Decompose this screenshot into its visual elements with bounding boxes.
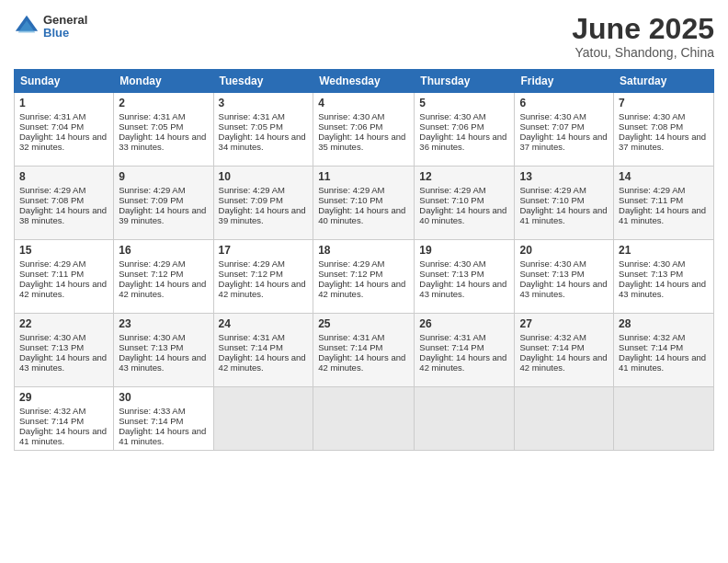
sunset-info: Sunset: 7:06 PM xyxy=(419,121,483,132)
sunrise-info: Sunrise: 4:31 AM xyxy=(419,332,485,342)
table-row: 27Sunrise: 4:32 AMSunset: 7:14 PMDayligh… xyxy=(515,314,614,387)
sunrise-info: Sunrise: 4:29 AM xyxy=(219,185,285,195)
sunrise-info: Sunrise: 4:29 AM xyxy=(19,185,85,195)
day-number: 15 xyxy=(19,244,108,257)
daylight-info: Daylight: 14 hours and xyxy=(519,132,607,142)
daylight-info-2: 41 minutes. xyxy=(119,436,164,446)
table-row: 30Sunrise: 4:33 AMSunset: 7:14 PMDayligh… xyxy=(114,387,213,451)
daylight-info-2: 42 minutes. xyxy=(419,362,464,373)
table-row: 7Sunrise: 4:30 AMSunset: 7:08 PMDaylight… xyxy=(614,93,714,167)
day-number: 16 xyxy=(119,244,208,257)
sunset-info: Sunset: 7:10 PM xyxy=(318,195,382,205)
sunset-info: Sunset: 7:10 PM xyxy=(419,195,483,205)
sunset-info: Sunset: 7:14 PM xyxy=(318,342,382,352)
daylight-info: Daylight: 14 hours and xyxy=(519,352,607,362)
daylight-info-2: 37 minutes. xyxy=(619,142,664,152)
daylight-info-2: 35 minutes. xyxy=(318,142,363,152)
day-number: 22 xyxy=(19,317,108,330)
sunset-info: Sunset: 7:13 PM xyxy=(619,269,683,279)
daylight-info: Daylight: 14 hours and xyxy=(419,279,506,289)
sunrise-info: Sunrise: 4:30 AM xyxy=(619,111,685,121)
sunset-info: Sunset: 7:09 PM xyxy=(219,195,283,205)
table-row: 5Sunrise: 4:30 AMSunset: 7:06 PMDaylight… xyxy=(415,93,515,167)
sunrise-info: Sunrise: 4:33 AM xyxy=(119,406,185,416)
col-sunday: Sunday xyxy=(15,70,114,93)
table-row: 29Sunrise: 4:32 AMSunset: 7:14 PMDayligh… xyxy=(15,387,114,451)
table-row: 16Sunrise: 4:29 AMSunset: 7:12 PMDayligh… xyxy=(114,240,213,314)
sunset-info: Sunset: 7:14 PM xyxy=(519,342,584,352)
daylight-info: Daylight: 14 hours and xyxy=(19,205,107,215)
day-number: 17 xyxy=(219,244,309,257)
daylight-info-2: 36 minutes. xyxy=(419,142,464,152)
table-row xyxy=(415,387,515,451)
sunset-info: Sunset: 7:14 PM xyxy=(219,342,283,352)
day-number: 3 xyxy=(219,97,309,109)
daylight-info: Daylight: 14 hours and xyxy=(19,132,107,142)
sunrise-info: Sunrise: 4:30 AM xyxy=(419,259,485,269)
logo-general-label: General xyxy=(43,14,87,27)
day-number: 10 xyxy=(219,170,309,183)
sunrise-info: Sunrise: 4:29 AM xyxy=(19,259,85,269)
sunset-info: Sunset: 7:14 PM xyxy=(119,416,183,426)
sunset-info: Sunset: 7:05 PM xyxy=(119,121,183,132)
calendar-header-row: Sunday Monday Tuesday Wednesday Thursday… xyxy=(15,70,714,93)
col-wednesday: Wednesday xyxy=(313,70,415,93)
daylight-info: Daylight: 14 hours and xyxy=(419,352,506,362)
table-row: 13Sunrise: 4:29 AMSunset: 7:10 PMDayligh… xyxy=(515,167,614,240)
daylight-info-2: 41 minutes. xyxy=(619,362,664,373)
sunrise-info: Sunrise: 4:30 AM xyxy=(119,332,185,342)
daylight-info-2: 43 minutes. xyxy=(19,362,64,373)
sunset-info: Sunset: 7:04 PM xyxy=(19,121,84,132)
sunrise-info: Sunrise: 4:31 AM xyxy=(119,111,185,121)
sunset-info: Sunset: 7:14 PM xyxy=(19,416,84,426)
daylight-info-2: 43 minutes. xyxy=(419,289,464,299)
table-row: 25Sunrise: 4:31 AMSunset: 7:14 PMDayligh… xyxy=(313,314,415,387)
day-number: 7 xyxy=(619,97,709,109)
daylight-info-2: 42 minutes. xyxy=(519,362,564,373)
sunrise-info: Sunrise: 4:31 AM xyxy=(219,111,285,121)
daylight-info-2: 42 minutes. xyxy=(219,289,264,299)
calendar-week-row: 15Sunrise: 4:29 AMSunset: 7:11 PMDayligh… xyxy=(15,240,714,314)
table-row xyxy=(313,387,415,451)
sunset-info: Sunset: 7:13 PM xyxy=(19,342,84,352)
daylight-info: Daylight: 14 hours and xyxy=(119,205,206,215)
day-number: 29 xyxy=(19,391,108,404)
day-number: 8 xyxy=(19,170,108,183)
month-title: June 2025 xyxy=(572,14,714,43)
logo-blue-label: Blue xyxy=(43,27,87,40)
day-number: 12 xyxy=(419,170,509,183)
daylight-info: Daylight: 14 hours and xyxy=(219,132,306,142)
sunrise-info: Sunrise: 4:29 AM xyxy=(619,185,685,195)
sunrise-info: Sunrise: 4:30 AM xyxy=(519,111,586,121)
daylight-info-2: 34 minutes. xyxy=(219,142,264,152)
daylight-info-2: 32 minutes. xyxy=(19,142,64,152)
table-row: 4Sunrise: 4:30 AMSunset: 7:06 PMDaylight… xyxy=(313,93,415,167)
daylight-info: Daylight: 14 hours and xyxy=(219,352,306,362)
day-number: 5 xyxy=(419,97,509,109)
daylight-info-2: 40 minutes. xyxy=(318,215,363,225)
col-monday: Monday xyxy=(114,70,213,93)
sunset-info: Sunset: 7:06 PM xyxy=(318,121,382,132)
table-row xyxy=(614,387,714,451)
table-row: 6Sunrise: 4:30 AMSunset: 7:07 PMDaylight… xyxy=(515,93,614,167)
day-number: 1 xyxy=(19,97,108,109)
day-number: 30 xyxy=(119,391,208,404)
sunset-info: Sunset: 7:13 PM xyxy=(419,269,483,279)
page: General Blue June 2025 Yatou, Shandong, … xyxy=(0,0,728,563)
col-thursday: Thursday xyxy=(415,70,515,93)
table-row: 22Sunrise: 4:30 AMSunset: 7:13 PMDayligh… xyxy=(15,314,114,387)
daylight-info: Daylight: 14 hours and xyxy=(219,205,306,215)
sunrise-info: Sunrise: 4:29 AM xyxy=(419,185,485,195)
daylight-info: Daylight: 14 hours and xyxy=(318,205,405,215)
daylight-info-2: 41 minutes. xyxy=(619,215,664,225)
sunset-info: Sunset: 7:10 PM xyxy=(519,195,584,205)
day-number: 24 xyxy=(219,317,309,330)
col-saturday: Saturday xyxy=(614,70,714,93)
table-row: 20Sunrise: 4:30 AMSunset: 7:13 PMDayligh… xyxy=(515,240,614,314)
daylight-info-2: 39 minutes. xyxy=(219,215,264,225)
daylight-info-2: 43 minutes. xyxy=(519,289,564,299)
sunset-info: Sunset: 7:11 PM xyxy=(619,195,683,205)
calendar-week-row: 29Sunrise: 4:32 AMSunset: 7:14 PMDayligh… xyxy=(15,387,714,451)
daylight-info: Daylight: 14 hours and xyxy=(318,352,405,362)
sunrise-info: Sunrise: 4:30 AM xyxy=(619,259,685,269)
